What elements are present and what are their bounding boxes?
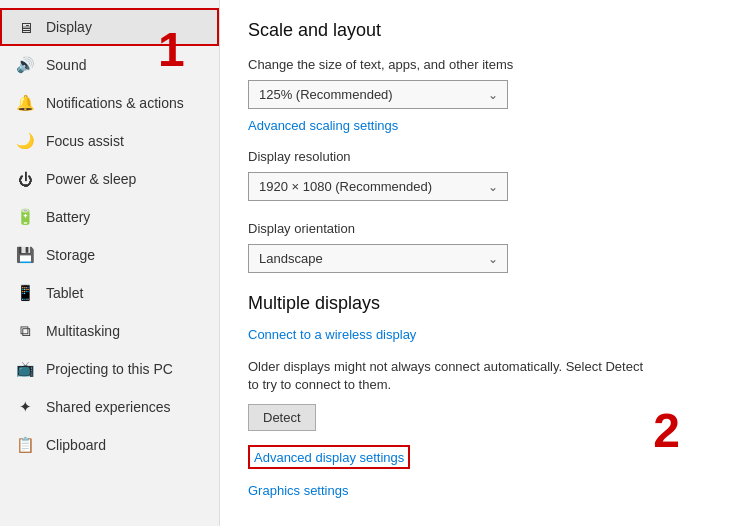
- sidebar-label-storage: Storage: [46, 247, 95, 263]
- sound-icon: 🔊: [16, 56, 34, 74]
- connect-wireless-link[interactable]: Connect to a wireless display: [248, 327, 416, 342]
- sidebar-item-shared[interactable]: ✦Shared experiences: [0, 388, 219, 426]
- sidebar-item-display[interactable]: 🖥Display: [0, 8, 219, 46]
- sidebar-item-tablet[interactable]: 📱Tablet: [0, 274, 219, 312]
- detect-note: Older displays might not always connect …: [248, 358, 648, 394]
- display-icon: 🖥: [16, 18, 34, 36]
- scale-field-label: Change the size of text, apps, and other…: [248, 57, 704, 72]
- battery-icon: 🔋: [16, 208, 34, 226]
- sidebar-label-tablet: Tablet: [46, 285, 83, 301]
- sidebar-label-sound: Sound: [46, 57, 86, 73]
- clipboard-icon: 📋: [16, 436, 34, 454]
- sidebar-label-display: Display: [46, 19, 92, 35]
- sidebar-label-clipboard: Clipboard: [46, 437, 106, 453]
- orientation-field-label: Display orientation: [248, 221, 704, 236]
- sidebar-item-focus[interactable]: 🌙Focus assist: [0, 122, 219, 160]
- orientation-select[interactable]: LandscapePortraitLandscape (flipped)Port…: [248, 244, 508, 273]
- scale-layout-title: Scale and layout: [248, 20, 704, 41]
- shared-icon: ✦: [16, 398, 34, 416]
- focus-icon: 🌙: [16, 132, 34, 150]
- scale-select-wrapper: 125% (Recommended)100%150%175% ⌄: [248, 80, 508, 109]
- sidebar-label-focus: Focus assist: [46, 133, 124, 149]
- projecting-icon: 📺: [16, 360, 34, 378]
- main-content: Scale and layout Change the size of text…: [220, 0, 732, 526]
- power-icon: ⏻: [16, 170, 34, 188]
- sidebar-label-battery: Battery: [46, 209, 90, 225]
- sidebar-item-power[interactable]: ⏻Power & sleep: [0, 160, 219, 198]
- tablet-icon: 📱: [16, 284, 34, 302]
- sidebar-item-battery[interactable]: 🔋Battery: [0, 198, 219, 236]
- graphics-settings-link[interactable]: Graphics settings: [248, 483, 348, 498]
- sidebar-item-clipboard[interactable]: 📋Clipboard: [0, 426, 219, 464]
- sidebar-label-shared: Shared experiences: [46, 399, 171, 415]
- sidebar-label-multitasking: Multitasking: [46, 323, 120, 339]
- notifications-icon: 🔔: [16, 94, 34, 112]
- sidebar: 🖥Display🔊Sound🔔Notifications & actions🌙F…: [0, 0, 220, 526]
- storage-icon: 💾: [16, 246, 34, 264]
- multiple-displays-title: Multiple displays: [248, 293, 704, 314]
- resolution-field-label: Display resolution: [248, 149, 704, 164]
- advanced-scaling-link[interactable]: Advanced scaling settings: [248, 118, 398, 133]
- sidebar-label-notifications: Notifications & actions: [46, 95, 184, 111]
- detect-button[interactable]: Detect: [248, 404, 316, 431]
- resolution-select-wrapper: 1920 × 1080 (Recommended)1600 × 9001280 …: [248, 172, 508, 201]
- sidebar-item-sound[interactable]: 🔊Sound: [0, 46, 219, 84]
- sidebar-item-notifications[interactable]: 🔔Notifications & actions: [0, 84, 219, 122]
- sidebar-item-multitasking[interactable]: ⧉Multitasking: [0, 312, 219, 350]
- sidebar-item-storage[interactable]: 💾Storage: [0, 236, 219, 274]
- advanced-display-link[interactable]: Advanced display settings: [254, 450, 404, 465]
- scale-select[interactable]: 125% (Recommended)100%150%175%: [248, 80, 508, 109]
- orientation-select-wrapper: LandscapePortraitLandscape (flipped)Port…: [248, 244, 508, 273]
- resolution-select[interactable]: 1920 × 1080 (Recommended)1600 × 9001280 …: [248, 172, 508, 201]
- advanced-display-link-wrapper: Advanced display settings: [248, 445, 410, 469]
- sidebar-label-projecting: Projecting to this PC: [46, 361, 173, 377]
- multitasking-icon: ⧉: [16, 322, 34, 340]
- sidebar-item-projecting[interactable]: 📺Projecting to this PC: [0, 350, 219, 388]
- sidebar-label-power: Power & sleep: [46, 171, 136, 187]
